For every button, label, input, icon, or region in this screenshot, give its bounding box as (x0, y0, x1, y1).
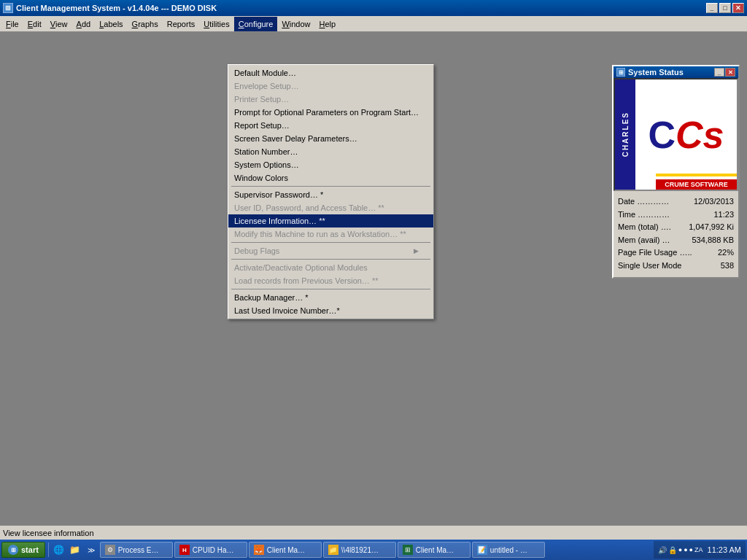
separator-1 (231, 186, 430, 187)
main-area: Default Module… Envelope Setup… Printer … (0, 32, 747, 524)
taskbar-folder-btn[interactable]: 📁 \\4l81921… (323, 542, 396, 558)
menu-window[interactable]: Window (277, 17, 314, 31)
taskbar-ie-icon[interactable]: 🌐 (52, 542, 66, 557)
taskbar-client-ma2-label: Client Ma… (416, 546, 454, 554)
menu-printer-setup: Printer Setup… (228, 93, 433, 106)
status-time-row: Time ………… 11:23 (618, 209, 734, 222)
menu-edit[interactable]: Edit (23, 17, 46, 31)
system-status-icon: ⊞ (616, 68, 625, 77)
tray-icon-3: ● (678, 546, 682, 553)
menu-last-invoice[interactable]: Last Used Invoice Number…* (228, 304, 433, 317)
menu-screen-saver[interactable]: Screen Saver Delay Parameters… (228, 132, 433, 145)
menu-utilities[interactable]: Utilities (199, 17, 233, 31)
ccs-left-text: CHARLES (622, 112, 630, 157)
menu-station-number[interactable]: Station Number… (228, 145, 433, 158)
minimize-button[interactable]: _ (706, 3, 718, 13)
taskbar-folder-icon[interactable]: 📁 (68, 542, 82, 557)
mem-avail-label: Mem (avail) … (618, 234, 670, 247)
menu-window-colors[interactable]: Window Colors (228, 171, 433, 184)
menu-reports[interactable]: Reports (163, 17, 200, 31)
system-status-title-bar: ⊞ System Status _ ✕ (614, 66, 738, 78)
title-controls[interactable]: _ □ ✕ (706, 3, 744, 13)
menu-backup-manager[interactable]: Backup Manager… * (228, 291, 433, 304)
menu-default-module[interactable]: Default Module… (228, 66, 433, 79)
system-status-title-left: ⊞ System Status (616, 68, 684, 77)
start-button[interactable]: ⊞ start (1, 542, 45, 558)
ccs-bottom-bar: CRUME SOFTWARE (656, 179, 737, 190)
time-value: 11:23 (713, 209, 734, 222)
menu-load-records: Load records from Previous Version… ** (228, 274, 433, 287)
taskbar-process-e-icon: ⚙ (105, 545, 115, 555)
menu-debug-flags: Debug Flags ▶ (228, 244, 433, 257)
menu-file[interactable]: File (1, 17, 23, 31)
ccs-main-logo: CCs CRUME SOFTWARE (635, 79, 737, 190)
menu-user-id: User ID, Password, and Access Table… ** (228, 201, 433, 214)
taskbar-system-tray: 🔊 🔒 ● ● ● ZA 11:23 AM (654, 541, 746, 559)
mem-avail-value: 534,888 KB (692, 234, 735, 247)
system-status-close[interactable]: ✕ (725, 68, 735, 77)
menu-supervisor-password[interactable]: Supervisor Password… * (228, 188, 433, 201)
mem-total-label: Mem (total) …. (618, 221, 671, 234)
menu-labels[interactable]: Labels (95, 17, 127, 31)
menu-configure[interactable]: Configure (234, 17, 278, 31)
ccs-logo-inner: CHARLES CCs CRUME SOFTWARE (615, 79, 737, 190)
date-label: Date ………… (618, 195, 669, 209)
tray-icon-5: ● (689, 546, 693, 553)
ccs-left-bar: CHARLES (615, 79, 635, 190)
menu-help[interactable]: Help (315, 17, 341, 31)
separator-4 (231, 289, 430, 289)
title-bar: ⊞ Client Management System - v1.4.04e --… (0, 0, 747, 16)
page-file-value: 22% (718, 246, 734, 260)
status-mem-total-row: Mem (total) …. 1,047,992 Ki (618, 221, 734, 234)
start-icon: ⊞ (8, 545, 18, 555)
menu-activate-deactivate: Activate/Deactivate Optional Modules (228, 261, 433, 274)
menu-view[interactable]: View (46, 17, 72, 31)
taskbar-divider-1 (48, 542, 49, 557)
taskbar-cpuid[interactable]: H CPUID Ha… (174, 542, 247, 558)
status-info: Date ………… 12/03/2013 Time ………… 11:23 Mem… (614, 191, 738, 277)
system-status-controls[interactable]: _ ✕ (714, 68, 735, 77)
start-label: start (21, 545, 39, 554)
maximize-button[interactable]: □ (719, 3, 731, 13)
page-file-label: Page File Usage ….. (618, 246, 692, 260)
menu-modify-workstation: Modify this Machine to run as a Workstat… (228, 228, 433, 241)
status-bar-text: View licensee information (3, 529, 94, 537)
ccs-big-c: C (648, 116, 676, 154)
title-text: Client Management System - v1.4.04e --- … (16, 4, 217, 12)
ccs-big-text: CCs (648, 116, 724, 154)
ccs-big-cs: Cs (676, 116, 724, 154)
taskbar-process-e[interactable]: ⚙ Process E… (100, 542, 173, 558)
tray-icon-2[interactable]: 🔒 (668, 546, 677, 554)
taskbar-client-ma1-icon: 🦊 (254, 545, 264, 555)
system-status-minimize[interactable]: _ (714, 68, 724, 77)
taskbar-untitled[interactable]: 📝 untitled - … (472, 542, 545, 558)
taskbar-folder-label: \\4l81921… (341, 546, 379, 554)
menu-prompt-optional[interactable]: Prompt for Optional Parameters on Progra… (228, 106, 433, 119)
menu-envelope-setup: Envelope Setup… (228, 79, 433, 93)
menu-system-options[interactable]: System Options… (228, 158, 433, 171)
taskbar-client-ma2-icon: ⊞ (403, 545, 413, 555)
taskbar-extra-icon[interactable]: ≫ (84, 542, 98, 557)
system-status-panel: ⊞ System Status _ ✕ CHARLES CCs CRUME SO… (612, 65, 740, 279)
separator-3 (231, 259, 430, 260)
status-single-user-row: Single User Mode 538 (618, 260, 734, 273)
ccs-logo: CHARLES CCs CRUME SOFTWARE (614, 78, 738, 191)
taskbar-cpuid-icon: H (179, 545, 190, 555)
menu-add[interactable]: Add (72, 17, 96, 31)
taskbar-untitled-icon: 📝 (477, 545, 487, 555)
tray-clock: 11:23 AM (708, 545, 741, 554)
taskbar-process-e-label: Process E… (118, 546, 159, 554)
system-status-title-text: System Status (628, 68, 684, 77)
close-button[interactable]: ✕ (732, 3, 744, 13)
taskbar-client-ma1[interactable]: 🦊 Client Ma… (249, 542, 322, 558)
mem-total-value: 1,047,992 Ki (689, 221, 734, 234)
menu-graphs[interactable]: Graphs (128, 17, 163, 31)
taskbar-client-ma2[interactable]: ⊞ Client Ma… (398, 542, 471, 558)
single-user-value: 538 (721, 260, 734, 273)
menu-report-setup[interactable]: Report Setup… (228, 119, 433, 132)
taskbar-cpuid-label: CPUID Ha… (193, 546, 234, 554)
tray-icon-1[interactable]: 🔊 (658, 546, 667, 554)
menu-licensee-info[interactable]: Licensee Information… ** (228, 214, 433, 228)
separator-2 (231, 242, 430, 243)
date-value: 12/03/2013 (694, 195, 734, 209)
